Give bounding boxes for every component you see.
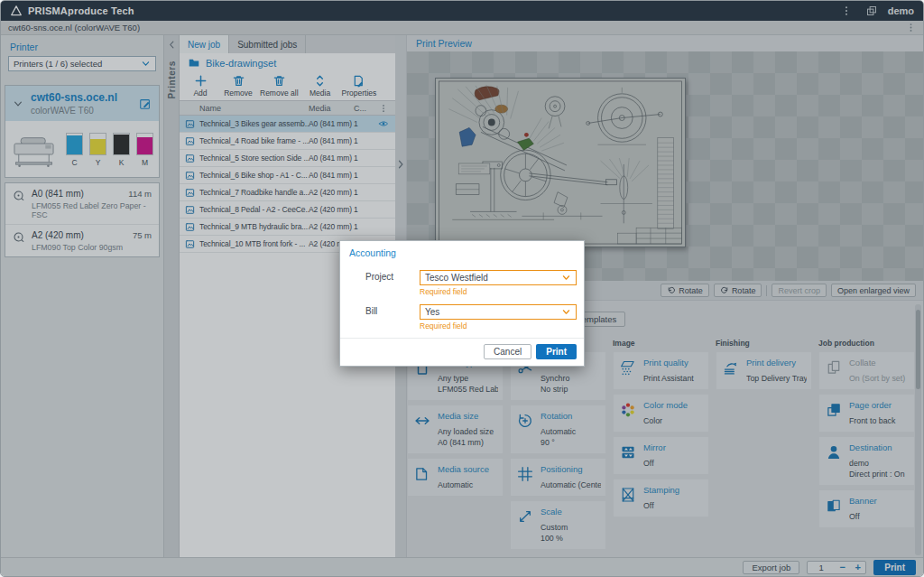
chevron-down-icon bbox=[561, 273, 571, 283]
app-window: PRISMAproduce Tech demo cwt60-sns.oce.nl… bbox=[0, 0, 924, 577]
required-hint: Required field bbox=[420, 321, 577, 330]
select-value: Tesco Westfield bbox=[425, 273, 488, 283]
cancel-button[interactable]: Cancel bbox=[484, 344, 531, 359]
bill-select[interactable]: Yes bbox=[420, 304, 577, 320]
dialog-field-bill: Bill Yes Required field bbox=[347, 304, 577, 330]
required-hint: Required field bbox=[420, 287, 577, 296]
dialog-title: Accounting bbox=[340, 241, 584, 260]
chevron-down-icon bbox=[561, 307, 571, 317]
dialog-print-button[interactable]: Print bbox=[536, 344, 577, 359]
select-value: Yes bbox=[425, 307, 439, 317]
field-label: Project bbox=[347, 272, 420, 296]
field-label: Bill bbox=[347, 306, 420, 330]
accounting-dialog: Accounting Project Tesco Westfield Requi… bbox=[339, 240, 585, 367]
project-select[interactable]: Tesco Westfield bbox=[420, 270, 577, 285]
dialog-field-project: Project Tesco Westfield Required field bbox=[347, 270, 577, 296]
